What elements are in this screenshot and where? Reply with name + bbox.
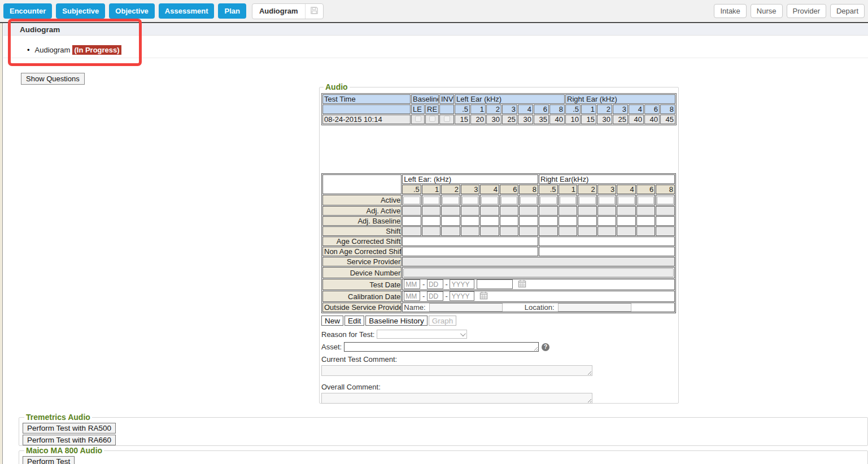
active-value-input[interactable] [657,196,674,204]
floppy-disk-icon [310,6,319,16]
freq-header: 1 [581,104,596,114]
history-header-row-1: Test Time Baseline INV Left Ear (kHz) Ri… [322,94,675,104]
active-value-input[interactable] [462,196,479,204]
left-value: 25 [502,115,517,124]
active-value-input[interactable] [540,196,557,204]
col-re: RE [425,104,439,114]
active-value-input[interactable] [638,196,655,204]
encounter-button[interactable]: Encounter [3,3,52,19]
provider-button[interactable]: Provider [787,4,826,18]
depart-button[interactable]: Depart [830,4,865,18]
bullet-icon: • [27,46,30,54]
asset-row: Asset: ? [321,342,677,352]
asset-label: Asset: [321,343,342,351]
left-ear-header: Left Ear: (kHz) [402,174,538,184]
active-input-cell [441,195,460,205]
test-time-input[interactable] [477,279,513,289]
active-value-input[interactable] [618,196,635,204]
baseline-re-checkbox [429,116,435,122]
active-row: Active [322,195,675,205]
freq-header: .5 [402,185,421,194]
calendar-icon[interactable] [479,291,488,301]
subjective-button[interactable]: Subjective [56,3,105,19]
age-corrected-shift-row: Age Corrected Shift [322,237,675,246]
audiogram-tab[interactable]: Audiogram [252,3,324,19]
intake-button[interactable]: Intake [714,4,746,18]
adj-baseline-row: Adj. Baseline [322,216,675,226]
shift-row: Shift [322,226,675,236]
nav-left-group: Encounter Subjective Objective Assessmen… [3,3,324,19]
show-questions-button[interactable]: Show Questions [21,73,85,85]
active-value-input[interactable] [481,196,498,204]
test-date-dd-input[interactable] [427,279,443,289]
active-input-cell [617,195,636,205]
freq-header: .5 [455,104,470,114]
perform-test-ra660-button[interactable]: Perform Test with RA660 [23,435,116,445]
active-value-input[interactable] [599,196,616,204]
calibration-date-yyyy-input[interactable] [450,291,474,301]
list-item-label[interactable]: Audiogram [35,46,71,54]
active-input-cell [656,195,675,205]
freq-header: 6 [644,104,660,114]
active-value-input[interactable] [423,196,440,204]
active-input-cell [402,195,421,205]
freq-header: 2 [578,185,597,194]
osp-name-input [429,303,503,312]
test-date-mm-input[interactable] [404,279,420,289]
service-provider-label: Service Provider [322,257,402,266]
active-input-cell [539,195,558,205]
help-icon[interactable]: ? [542,343,549,351]
history-data-row[interactable]: 08-24-2015 10:14 15 20 30 25 30 35 40 10… [322,115,675,124]
non-age-corrected-shift-label: Non Age Corrected Shift [322,247,402,256]
active-value-input[interactable] [560,196,577,204]
audiogram-list-item[interactable]: • Audiogram (In Progress) [3,45,868,55]
save-button[interactable] [305,4,323,19]
outside-service-provider-label: Outside Service Provider [322,303,402,312]
active-input-cell [422,195,441,205]
active-value-input[interactable] [520,196,537,204]
col-baseline: Baseline [411,94,439,104]
osp-location-label: Location: [525,303,555,312]
active-value-input[interactable] [442,196,459,204]
left-value: 30 [486,115,501,124]
reason-for-test-select[interactable] [377,330,467,339]
perform-test-ra500-button[interactable]: Perform Test with RA500 [23,423,116,434]
freq-header: 8 [660,104,675,114]
baseline-re-cell [425,115,439,124]
calendar-icon[interactable] [518,279,526,290]
active-value-input[interactable] [403,196,420,204]
active-value-input[interactable] [501,196,518,204]
osp-name-label: Name: [404,303,425,312]
active-value-input[interactable] [579,196,596,204]
left-value: 35 [534,115,549,124]
inv-cell [439,115,454,124]
right-value: 45 [660,115,675,124]
freq-header: 3 [502,104,517,114]
right-value: 40 [629,115,644,124]
active-input-cell [461,195,480,205]
freq-header: 3 [461,185,480,194]
left-value: 15 [455,115,470,124]
edit-button[interactable]: Edit [344,316,364,326]
assessment-button[interactable]: Assessment [159,3,215,19]
new-button[interactable]: New [321,316,343,326]
asset-input[interactable] [344,342,539,352]
freq-header: 2 [597,104,612,114]
active-input-cell [559,195,578,205]
freq-header: 3 [613,104,628,114]
baseline-history-button[interactable]: Baseline History [365,316,428,326]
perform-test-button[interactable]: Perform Test [23,456,75,464]
test-time-cell[interactable]: 08-24-2015 10:14 [322,115,411,124]
calibration-date-mm-input[interactable] [404,291,420,301]
freq-header: 3 [597,185,617,194]
nav-right-group: Intake Nurse Provider Depart [714,4,865,18]
calibration-date-dd-input[interactable] [427,291,443,301]
audio-history-table: Test Time Baseline INV Left Ear (kHz) Ri… [321,93,677,125]
col-le: LE [411,104,425,114]
chevron-down-icon [460,331,466,336]
objective-button[interactable]: Objective [109,3,155,19]
audio-action-buttons: New Edit Baseline History Graph [321,316,677,326]
nurse-button[interactable]: Nurse [751,4,783,18]
test-date-yyyy-input[interactable] [450,279,474,289]
plan-button[interactable]: Plan [218,3,246,19]
